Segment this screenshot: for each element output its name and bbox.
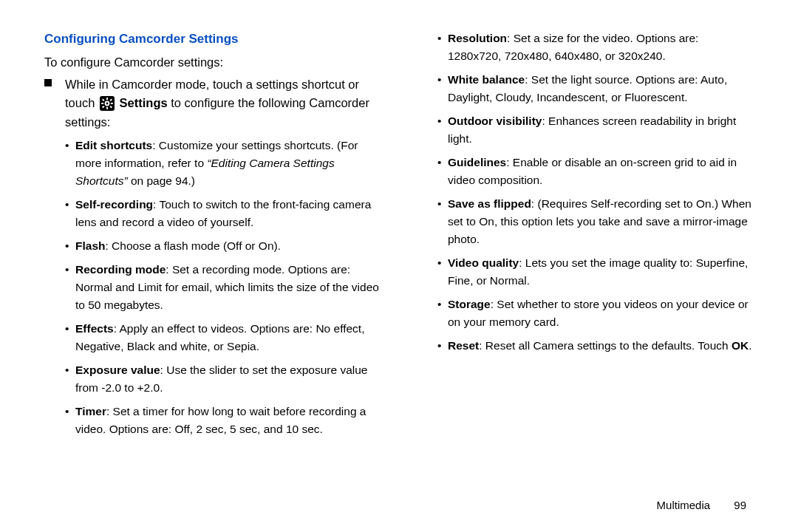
footer-page-number: 99 (734, 499, 746, 511)
right-sub-list: Resolution: Set a size for the video. Op… (417, 30, 754, 355)
setting-name: Self-recording (75, 198, 153, 211)
setting-item: Edit shortcuts: Customize your settings … (65, 137, 381, 190)
setting-bold-tail: OK (732, 339, 748, 352)
setting-name: Outdoor visibility (448, 115, 542, 127)
footer-section: Multimedia (657, 499, 711, 511)
setting-name: Recording mode (75, 263, 166, 276)
setting-item: Save as flipped: (Requires Self-recordin… (437, 195, 754, 248)
left-sub-list: Edit shortcuts: Customize your settings … (65, 137, 381, 438)
svg-rect-6 (111, 103, 113, 104)
setting-name: Flash (75, 239, 105, 252)
setting-desc-tail: on page 94.) (128, 174, 195, 187)
setting-name: Save as flipped (448, 197, 531, 210)
settings-label: Settings (120, 96, 168, 109)
right-column: Resolution: Set a size for the video. Op… (417, 30, 754, 444)
setting-desc: : Reset all Camera settings to the defau… (479, 339, 732, 352)
setting-desc: : Set a timer for how long to wait befor… (75, 405, 366, 435)
setting-item: Reset: Reset all Camera settings to the … (437, 337, 754, 355)
setting-item: Storage: Set whether to store you videos… (437, 296, 754, 331)
svg-rect-5 (101, 103, 103, 104)
section-heading: Configuring Camcorder Settings (44, 30, 381, 49)
setting-desc: : Choose a flash mode (Off or On). (105, 239, 281, 252)
setting-desc: : Set whether to store you videos on you… (448, 298, 748, 328)
setting-item: Video quality: Lets you set the image qu… (437, 254, 754, 290)
gear-icon (100, 96, 115, 111)
setting-name: White balance (448, 73, 525, 86)
setting-name: Reset (448, 339, 479, 352)
setting-name: Effects (75, 322, 114, 335)
intro-text: To configure Camcorder settings: (44, 53, 381, 72)
setting-item: Flash: Choose a flash mode (Off or On). (65, 237, 381, 255)
svg-rect-0 (44, 79, 52, 86)
svg-point-11 (106, 103, 109, 105)
left-column: Configuring Camcorder Settings To config… (44, 30, 381, 444)
setting-desc: : Apply an effect to videos. Options are… (75, 322, 364, 352)
setting-item: Recording mode: Set a recording mode. Op… (65, 261, 381, 314)
setting-name: Exposure value (75, 364, 160, 376)
setting-desc-tail: . (748, 339, 751, 352)
setting-item: Timer: Set a timer for how long to wait … (65, 403, 381, 438)
setting-name: Storage (448, 298, 491, 310)
square-bullet-icon (44, 75, 65, 93)
setting-item: Resolution: Set a size for the video. Op… (437, 30, 754, 65)
setting-item: Self-recording: Touch to switch to the f… (65, 196, 381, 231)
svg-rect-4 (106, 107, 108, 109)
svg-rect-3 (106, 98, 108, 100)
setting-item: White balance: Set the light source. Opt… (437, 71, 754, 106)
setting-item: Exposure value: Use the slider to set th… (65, 361, 381, 397)
setting-item: Effects: Apply an effect to videos. Opti… (65, 320, 381, 355)
setting-item: Guidelines: Enable or disable an on-scre… (437, 154, 754, 189)
setting-name: Timer (75, 405, 106, 417)
level1-item: While in Camcorder mode, touch a setting… (44, 75, 381, 444)
setting-name: Resolution (448, 32, 507, 44)
setting-name: Guidelines (448, 156, 506, 168)
setting-item: Outdoor visibility: Enhances screen read… (437, 112, 754, 148)
page-footer: Multimedia 99 (657, 499, 746, 511)
setting-name: Video quality (448, 256, 519, 269)
setting-name: Edit shortcuts (75, 139, 152, 151)
